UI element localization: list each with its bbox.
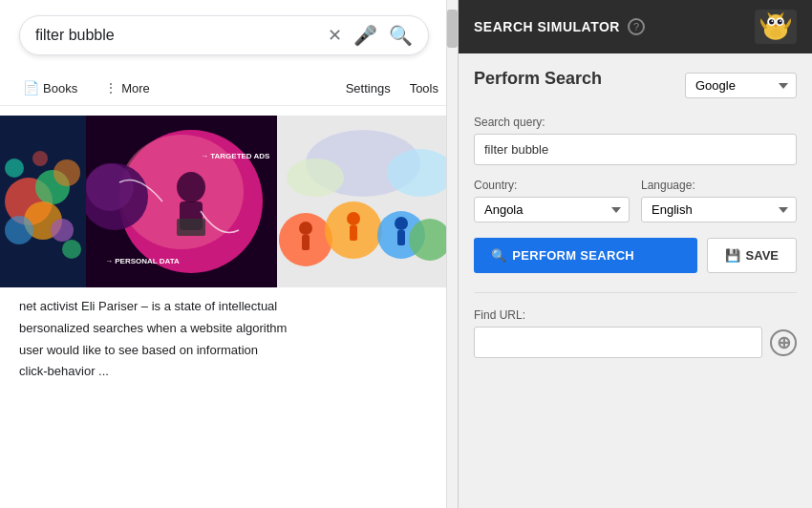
language-label: Language: (641, 179, 797, 192)
svg-marker-36 (767, 11, 772, 16)
action-buttons: 🔍 PERFORM SEARCH 💾 SAVE (474, 238, 797, 273)
result-line-2: bersonalized searches when a website alg… (19, 319, 438, 339)
svg-point-40 (769, 19, 774, 24)
header-left: SEARCH SIMULATOR ? (474, 18, 645, 35)
svg-point-29 (395, 217, 408, 230)
svg-rect-28 (350, 225, 357, 241)
google-toolbar: 📄 Books ⋮ More Settings Tools (0, 71, 458, 106)
search-btn-icon: 🔍 (491, 248, 506, 263)
scrollbar-thumb[interactable] (447, 10, 458, 48)
search-bar-icons: ✕ 🎤 🔍 (328, 24, 413, 47)
svg-point-4 (5, 216, 33, 244)
find-url-label: Find URL: (474, 308, 797, 322)
section-title: Perform Search (474, 69, 602, 89)
country-language-row: Country: Angola United States United Kin… (474, 179, 797, 222)
result-line-3: user would like to see based on informat… (19, 341, 438, 361)
panel-content: Perform Search Google Bing Yahoo DuckDuc… (459, 53, 812, 508)
toolbar-more[interactable]: ⋮ More (100, 74, 154, 101)
save-button[interactable]: 💾 SAVE (707, 238, 797, 273)
result-line-4: click-behavior ... (19, 362, 438, 382)
google-search-bar[interactable]: filter bubble ✕ 🎤 🔍 (19, 15, 429, 55)
toolbar-settings[interactable]: Settings (346, 81, 391, 95)
svg-point-42 (772, 20, 774, 22)
engine-dropdown[interactable]: Google Bing Yahoo DuckDuckGo Yandex (685, 73, 797, 98)
scrollbar[interactable] (446, 0, 458, 508)
text-results: net activist Eli Pariser – is a state of… (0, 287, 458, 393)
toolbar-books[interactable]: 📄 Books (19, 74, 81, 101)
svg-rect-17 (177, 219, 205, 236)
help-icon[interactable]: ? (628, 18, 645, 35)
svg-rect-26 (302, 235, 310, 250)
svg-point-43 (780, 20, 781, 22)
country-label: Country: (474, 179, 630, 192)
toolbar-books-label: Books (43, 81, 77, 95)
microphone-icon[interactable]: 🎤 (353, 24, 377, 47)
svg-point-27 (347, 212, 360, 225)
svg-marker-37 (779, 11, 783, 16)
svg-point-41 (778, 19, 782, 24)
search-query-input[interactable] (474, 134, 797, 165)
language-dropdown[interactable]: English Portuguese Spanish French German (641, 197, 797, 222)
search-simulator-panel: SEARCH SIMULATOR ? (459, 0, 812, 508)
svg-point-6 (53, 159, 80, 186)
svg-point-14 (86, 163, 134, 211)
svg-point-7 (5, 159, 24, 178)
svg-point-25 (299, 222, 312, 235)
svg-point-9 (62, 240, 81, 259)
image-results-row: → TARGETED ADS → PERSONAL DATA (0, 116, 458, 287)
search-query-label: Search query: (474, 116, 797, 129)
owl-logo (755, 10, 797, 44)
svg-text:→ PERSONAL DATA: → PERSONAL DATA (105, 257, 180, 265)
language-col: Language: English Portuguese Spanish Fre… (641, 179, 797, 222)
result-image-1[interactable] (0, 116, 86, 287)
perform-search-button[interactable]: 🔍 PERFORM SEARCH (474, 238, 697, 273)
google-search-text: filter bubble (35, 27, 328, 44)
result-line-1: net activist Eli Pariser – is a state of… (19, 297, 438, 317)
find-url-input[interactable] (474, 327, 762, 358)
find-url-row: ⊕ (474, 327, 797, 358)
result-image-2[interactable]: → TARGETED ADS → PERSONAL DATA (86, 116, 277, 287)
section-divider (474, 292, 797, 293)
svg-rect-30 (397, 230, 405, 245)
more-icon: ⋮ (104, 80, 118, 95)
country-dropdown[interactable]: Angola United States United Kingdom Germ… (474, 197, 630, 222)
svg-point-15 (177, 172, 205, 202)
svg-point-45 (770, 30, 781, 38)
find-url-add-button[interactable]: ⊕ (770, 329, 797, 356)
save-icon: 💾 (725, 248, 740, 263)
panel-title: SEARCH SIMULATOR (474, 19, 620, 34)
search-btn-label: PERFORM SEARCH (512, 248, 634, 263)
panel-header: SEARCH SIMULATOR ? (459, 0, 812, 53)
books-icon: 📄 (23, 80, 39, 95)
google-results-panel: filter bubble ✕ 🎤 🔍 📄 Books ⋮ More Setti… (0, 0, 459, 508)
search-submit-icon[interactable]: 🔍 (389, 24, 413, 47)
svg-point-24 (409, 219, 449, 261)
svg-point-33 (287, 159, 344, 197)
svg-point-5 (51, 219, 74, 242)
save-btn-label: SAVE (746, 248, 779, 263)
clear-icon[interactable]: ✕ (328, 25, 342, 46)
toolbar-more-label: More (121, 81, 150, 95)
toolbar-tools[interactable]: Tools (410, 81, 438, 95)
svg-text:→ TARGETED ADS: → TARGETED ADS (201, 152, 270, 160)
svg-point-8 (32, 151, 48, 166)
country-col: Country: Angola United States United Kin… (474, 179, 630, 222)
result-image-3[interactable] (277, 116, 449, 287)
